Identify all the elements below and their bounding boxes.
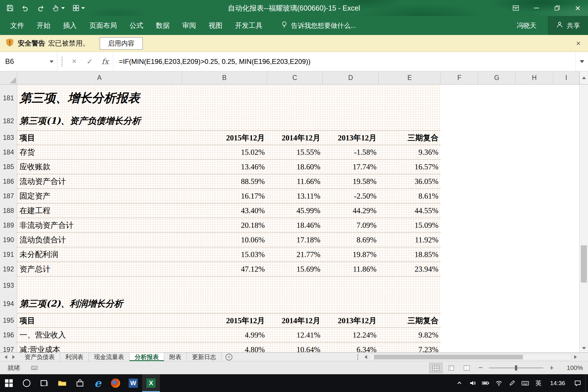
cell-D183[interactable]: 2013年12月: [323, 131, 379, 145]
zoom-in-icon[interactable]: +: [547, 363, 556, 372]
row-header-189[interactable]: 189: [0, 218, 17, 233]
zoom-slider-thumb[interactable]: [515, 365, 517, 371]
network-icon[interactable]: [492, 374, 505, 392]
cell-E189[interactable]: 15.09%: [379, 218, 441, 232]
taskbar-cortana-icon[interactable]: [18, 374, 36, 392]
cell-B184[interactable]: 15.02%: [182, 145, 267, 159]
row-header-197[interactable]: 197: [0, 342, 17, 352]
cell-C191[interactable]: 21.77%: [267, 247, 323, 262]
sheet-tab-1[interactable]: 利润表: [60, 353, 89, 361]
cell-B189[interactable]: 20.18%: [182, 218, 267, 232]
horizontal-scroll-track[interactable]: [370, 354, 571, 360]
ribbon-tab-3[interactable]: 页面布局: [83, 16, 123, 35]
horizontal-scroll-thumb[interactable]: [374, 355, 523, 359]
enter-icon[interactable]: ✓: [82, 52, 97, 71]
cell-A189[interactable]: 非流动资产合计: [17, 218, 182, 232]
horizontal-scrollbar[interactable]: [362, 353, 579, 361]
formula-input[interactable]: =IF(MIN(E196,E203,E209)>0.25, 0.25, MIN(…: [113, 52, 575, 71]
start-button[interactable]: [0, 374, 18, 392]
cell-A181[interactable]: 第三项、增长分析报表: [17, 85, 140, 111]
ribbon-tab-8[interactable]: 开发工具: [229, 16, 269, 35]
chevron-down-icon[interactable]: [50, 60, 54, 63]
row-header-182[interactable]: 182: [0, 111, 17, 130]
cell-E192[interactable]: 23.94%: [379, 262, 441, 276]
cell-A196[interactable]: 一、营业收入: [17, 328, 182, 342]
action-center-icon[interactable]: [570, 374, 585, 392]
row-header-185[interactable]: 185: [0, 160, 17, 174]
taskbar-store-icon[interactable]: [71, 374, 89, 392]
sheet-tab-3[interactable]: 分析报表: [130, 353, 164, 361]
row-header-193[interactable]: 193: [0, 277, 17, 294]
vertical-scroll-thumb[interactable]: [581, 245, 587, 283]
previous-sheet-icon[interactable]: [5, 355, 7, 359]
sheet-tab-4[interactable]: 附表: [164, 353, 187, 361]
row-header-195[interactable]: 195: [0, 313, 17, 328]
column-header-D[interactable]: D: [323, 71, 379, 84]
cell-C196[interactable]: 12.41%: [267, 328, 323, 342]
taskbar-edge-icon[interactable]: e: [89, 374, 107, 392]
cell-C197[interactable]: 10.64%: [267, 342, 323, 352]
cell-A192[interactable]: 资产总计: [17, 262, 182, 276]
cell-B197[interactable]: 4.80%: [182, 342, 267, 352]
cell-C190[interactable]: 17.18%: [267, 233, 323, 247]
cell-D196[interactable]: 12.24%: [323, 328, 379, 342]
cell-B188[interactable]: 43.40%: [182, 203, 267, 218]
cell-C185[interactable]: 18.60%: [267, 160, 323, 174]
tell-me-box[interactable]: 告诉我您想要做什么...: [281, 16, 356, 35]
ribbon-tab-7[interactable]: 视图: [202, 16, 229, 35]
cell-C183[interactable]: 2014年12月: [267, 131, 323, 145]
ribbon-tab-4[interactable]: 公式: [123, 16, 150, 35]
zoom-level[interactable]: 100%: [559, 364, 583, 372]
expand-formula-bar-icon[interactable]: [575, 52, 588, 71]
row-header-183[interactable]: 183: [0, 130, 17, 145]
column-header-A[interactable]: A: [17, 71, 182, 84]
close-button[interactable]: ×: [567, 0, 588, 16]
column-header-I[interactable]: I: [553, 71, 579, 84]
row-header-196[interactable]: 196: [0, 328, 17, 342]
minimize-button[interactable]: [526, 0, 547, 16]
cell-B185[interactable]: 13.46%: [182, 160, 267, 174]
cell-B191[interactable]: 15.03%: [182, 247, 267, 262]
scroll-left-button[interactable]: [362, 355, 370, 359]
cell-D190[interactable]: 8.69%: [323, 233, 379, 247]
touch-keyboard-icon[interactable]: [519, 374, 532, 392]
ribbon-tab-6[interactable]: 审阅: [176, 16, 202, 35]
cell-E196[interactable]: 9.82%: [379, 328, 441, 342]
row-header-186[interactable]: 186: [0, 174, 17, 189]
cell-A191[interactable]: 未分配利润: [17, 247, 182, 262]
cell-A188[interactable]: 在建工程: [17, 203, 182, 218]
cell-D195[interactable]: 2013年12月: [323, 313, 379, 328]
cell-B183[interactable]: 2015年12月: [182, 131, 267, 145]
cell-C188[interactable]: 45.99%: [267, 203, 323, 218]
cell-E187[interactable]: 8.61%: [379, 189, 441, 203]
cell-D186[interactable]: 19.58%: [323, 174, 379, 189]
column-header-E[interactable]: E: [379, 71, 441, 84]
close-icon[interactable]: ×: [576, 39, 581, 48]
pen-icon[interactable]: [505, 374, 519, 392]
formula-bar-handle[interactable]: [57, 52, 66, 71]
ribbon-tab-5[interactable]: 数据: [150, 16, 176, 35]
normal-view-icon[interactable]: [429, 363, 442, 373]
cell-E183[interactable]: 三期复合: [379, 131, 441, 145]
cell-B196[interactable]: 4.99%: [182, 328, 267, 342]
ribbon-display-options-icon[interactable]: [505, 0, 526, 16]
cell-A190[interactable]: 流动负债合计: [17, 233, 182, 247]
cell-E190[interactable]: 11.92%: [379, 233, 441, 247]
cell-C189[interactable]: 18.46%: [267, 218, 323, 232]
restore-button[interactable]: [547, 0, 567, 16]
cell-B195[interactable]: 2015年12月: [182, 313, 267, 328]
cell-D187[interactable]: -2.50%: [323, 189, 379, 203]
taskbar-firefox-icon[interactable]: [107, 374, 124, 392]
sheet-tab-2[interactable]: 现金流量表: [89, 353, 130, 361]
cell-C195[interactable]: 2014年12月: [267, 313, 323, 328]
ribbon-tab-1[interactable]: 开始: [30, 16, 57, 35]
enable-content-button[interactable]: 启用内容: [100, 37, 143, 50]
column-header-C[interactable]: C: [267, 71, 323, 84]
battery-icon[interactable]: [479, 374, 492, 392]
row-header-192[interactable]: 192: [0, 262, 17, 277]
cell-E186[interactable]: 36.05%: [379, 174, 441, 189]
cell-E184[interactable]: 9.36%: [379, 145, 441, 159]
cell-C186[interactable]: 11.66%: [267, 174, 323, 189]
input-language-indicator[interactable]: 英: [532, 374, 545, 392]
row-header-194[interactable]: 194: [0, 294, 17, 313]
